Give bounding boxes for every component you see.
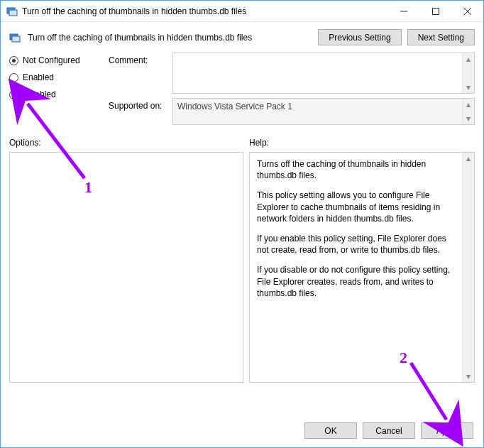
options-label: Options: — [9, 138, 243, 148]
comment-value — [173, 53, 462, 93]
app-icon — [6, 6, 18, 17]
radio-icon — [9, 56, 18, 65]
dialog-buttons: OK Cancel Apply — [304, 422, 473, 439]
options-column: Options: — [9, 138, 243, 383]
apply-button[interactable]: Apply — [421, 422, 473, 439]
content-area: Turn off the caching of thumbnails in hi… — [1, 22, 483, 390]
policy-title: Turn off the caching of thumbnails in hi… — [26, 33, 312, 43]
next-setting-button[interactable]: Next Setting — [407, 29, 475, 45]
radio-icon — [9, 90, 18, 99]
supported-label: Supported on: — [109, 98, 172, 125]
window-title: Turn off the caching of thumbnails in hi… — [22, 6, 387, 16]
scrollbar[interactable]: ▴ ▾ — [462, 153, 474, 382]
radio-label: Not Configured — [23, 55, 80, 65]
top-section: Not Configured Enabled Disabled Comment: — [9, 53, 475, 129]
fields: Comment: ▴ ▾ Supported on: Windows Vista… — [109, 53, 475, 129]
help-pane: Turns off the caching of thumbnails in h… — [249, 152, 475, 383]
radio-label: Enabled — [23, 72, 54, 82]
radio-disabled[interactable]: Disabled — [9, 89, 94, 99]
help-column: Help: Turns off the caching of thumbnail… — [249, 138, 475, 383]
scroll-down-icon: ▾ — [463, 113, 474, 124]
comment-field-row: Comment: ▴ ▾ — [109, 53, 475, 94]
dialog-window: Turn off the caching of thumbnails in hi… — [0, 0, 484, 448]
header-row: Turn off the caching of thumbnails in hi… — [9, 29, 475, 45]
help-content: Turns off the caching of thumbnails in h… — [250, 153, 462, 382]
maximize-button[interactable] — [419, 1, 451, 21]
comment-textarea[interactable]: ▴ ▾ — [172, 53, 475, 94]
ok-button[interactable]: OK — [304, 422, 357, 439]
scrollbar[interactable]: ▴ ▾ — [462, 99, 474, 124]
supported-field-row: Supported on: Windows Vista Service Pack… — [109, 98, 475, 125]
previous-setting-button[interactable]: Previous Setting — [318, 29, 401, 45]
comment-label: Comment: — [109, 53, 172, 94]
window-controls — [387, 1, 483, 21]
radio-label: Disabled — [23, 89, 56, 99]
scroll-down-icon: ▾ — [463, 82, 474, 93]
radio-enabled[interactable]: Enabled — [9, 72, 94, 82]
supported-textarea: Windows Vista Service Pack 1 ▴ ▾ — [172, 98, 475, 125]
svg-rect-1 — [9, 10, 17, 16]
close-button[interactable] — [451, 1, 483, 21]
scroll-down-icon: ▾ — [463, 371, 474, 382]
help-p2: This policy setting allows you to config… — [257, 190, 455, 224]
scroll-up-icon: ▴ — [463, 153, 474, 164]
radio-not-configured[interactable]: Not Configured — [9, 55, 94, 65]
scroll-up-icon: ▴ — [463, 99, 474, 110]
scrollbar[interactable]: ▴ ▾ — [462, 53, 474, 93]
svg-rect-3 — [432, 8, 439, 14]
supported-value: Windows Vista Service Pack 1 — [173, 99, 462, 124]
state-radios: Not Configured Enabled Disabled — [9, 53, 94, 129]
options-pane — [9, 152, 243, 383]
scroll-up-icon: ▴ — [463, 53, 474, 65]
help-p3: If you enable this policy setting, File … — [257, 233, 455, 256]
minimize-button[interactable] — [387, 1, 419, 21]
radio-icon — [9, 73, 18, 82]
svg-rect-7 — [12, 36, 20, 42]
options-content — [10, 153, 243, 382]
lower-section: Options: Help: Turns off the caching of … — [9, 138, 475, 383]
policy-icon — [9, 32, 21, 43]
titlebar: Turn off the caching of thumbnails in hi… — [1, 1, 483, 22]
help-label: Help: — [249, 138, 475, 148]
help-p1: Turns off the caching of thumbnails in h… — [257, 158, 455, 181]
cancel-button[interactable]: Cancel — [363, 422, 415, 439]
help-p4: If you disable or do not configure this … — [257, 264, 455, 299]
